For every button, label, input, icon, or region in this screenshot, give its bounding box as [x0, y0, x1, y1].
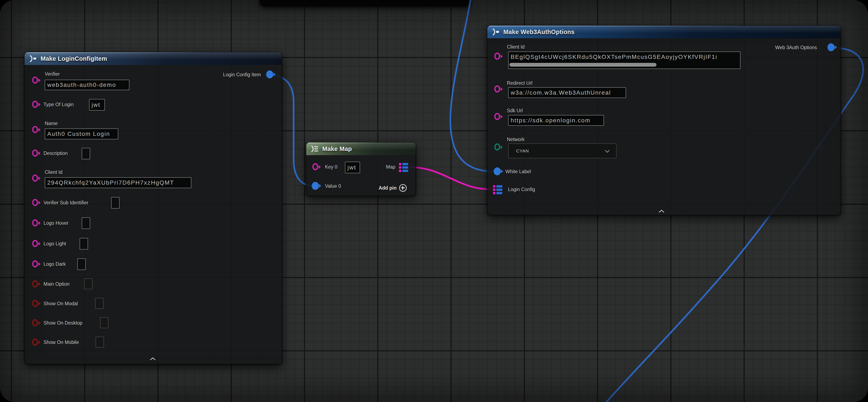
make-struct-icon [29, 55, 37, 62]
type-of-login-input[interactable]: jwt [89, 99, 105, 111]
sdk-url-input[interactable]: https://sdk.openlogin.com [508, 115, 604, 126]
node-make-web3authoptions[interactable]: Make Web3AuthOptions Web 3Auth Options C… [487, 25, 841, 215]
show-on-mobile-checkbox[interactable] [96, 337, 104, 348]
verifier-sub-identifier-input[interactable] [111, 197, 120, 208]
input-pin-main-option[interactable] [31, 280, 41, 288]
input-pin-client-id[interactable] [493, 52, 504, 61]
pin-label-show-on-mobile: Show On Mobile [43, 340, 79, 345]
main-option-checkbox[interactable] [84, 278, 92, 289]
show-on-desktop-checkbox[interactable] [100, 317, 108, 328]
pin-label-logo-light: Logo Light [43, 241, 66, 247]
node-header-make-map[interactable]: Make Map [306, 143, 416, 155]
input-pin-name[interactable] [31, 125, 41, 134]
pin-label-client-id: Client Id [45, 169, 62, 175]
blueprint-canvas[interactable]: Make LoginConfigItem Login Config Item V… [0, 0, 868, 402]
pin-label-redirect-url: Redirect Url [507, 80, 532, 86]
node-header-make-web3authoptions[interactable]: Make Web3AuthOptions [487, 26, 841, 38]
key-0-input[interactable]: jwt [345, 162, 360, 173]
name-input[interactable]: Auth0 Custom Login [45, 128, 118, 139]
output-pin-label: Web 3Auth Options [775, 45, 817, 51]
input-pin-logo-hover[interactable] [31, 219, 41, 227]
input-pin-verifier[interactable] [31, 76, 41, 85]
node-title: Make Web3AuthOptions [503, 29, 575, 35]
logo-light-input[interactable] [80, 238, 88, 250]
input-pin-key-0[interactable] [311, 163, 322, 171]
pin-label-type-of-login: Type Of Login [43, 102, 73, 108]
output-pin-web3auth-options[interactable] [827, 43, 838, 52]
pin-label-show-on-desktop: Show On Desktop [43, 320, 82, 326]
show-on-modal-checkbox[interactable] [95, 298, 103, 309]
make-map-icon [310, 145, 319, 153]
client-id-input[interactable]: 294QRkchfq2YaXUbPri7D6PH7xzHgQMT [45, 177, 191, 188]
pin-label-login-config: Login Config [508, 187, 535, 192]
node-make-loginconfigitem[interactable]: Make LoginConfigItem Login Config Item V… [24, 52, 282, 364]
verifier-input[interactable]: web3auth-auth0-demo [45, 80, 129, 90]
input-pin-verifier-sub-identifier[interactable] [31, 199, 41, 207]
chevron-down-icon [605, 148, 610, 153]
pin-label-verifier-sub-identifier: Verifier Sub Identifier [43, 200, 88, 206]
description-input[interactable] [82, 148, 90, 160]
add-pin-label: Add pin [378, 185, 397, 191]
input-pin-login-config[interactable] [493, 185, 503, 195]
client-id-scrollbar[interactable] [509, 63, 656, 67]
logo-hover-input[interactable] [82, 218, 90, 229]
input-pin-description[interactable] [31, 149, 41, 157]
pin-label-logo-hover: Logo Hover [43, 220, 68, 226]
output-pin-label: Login Config Item [223, 72, 261, 78]
node-make-map[interactable]: Make Map Key 0 jwt Map Value 0 Add pin [306, 142, 416, 196]
collapse-node-button[interactable] [658, 210, 665, 213]
pin-label-main-option: Main Option [43, 281, 69, 287]
node-title: Make LoginConfigItem [40, 55, 107, 62]
collapse-node-button[interactable] [149, 357, 156, 361]
node-header-make-loginconfigitem[interactable]: Make LoginConfigItem [25, 52, 282, 65]
logo-dark-input[interactable] [77, 258, 86, 270]
input-pin-logo-dark[interactable] [31, 260, 41, 268]
pin-label-key-0: Key 0 [325, 164, 337, 170]
pin-label-name: Name [45, 121, 58, 126]
make-struct-icon [492, 28, 500, 36]
network-dropdown[interactable]: CYAN [508, 143, 617, 158]
pin-label-verifier: Verifier [45, 71, 60, 77]
network-dropdown-value: CYAN [508, 148, 529, 153]
pin-label-value-0: Value 0 [325, 183, 341, 189]
input-pin-network[interactable] [493, 143, 504, 151]
input-pin-value-0[interactable] [311, 182, 322, 190]
node-title: Make Map [322, 145, 352, 152]
input-pin-show-on-desktop[interactable] [31, 319, 41, 327]
pin-label-white-label: White Label [505, 169, 531, 174]
input-pin-sdk-url[interactable] [493, 113, 504, 121]
input-pin-show-on-modal[interactable] [31, 299, 41, 308]
pin-label-description: Description [43, 150, 68, 156]
input-pin-white-label[interactable] [493, 167, 504, 176]
input-pin-client-id[interactable] [31, 174, 41, 182]
pin-label-sdk-url: Sdk Url [507, 108, 523, 114]
pin-label-logo-dark: Logo Dark [43, 261, 66, 267]
add-pin-button[interactable]: Add pin [378, 184, 407, 192]
pin-label-network: Network [507, 137, 525, 142]
input-pin-logo-light[interactable] [31, 239, 41, 248]
output-pin-login-config-item[interactable] [266, 70, 276, 79]
redirect-url-input[interactable]: w3a://com.w3a.Web3AuthUnreal [508, 87, 626, 98]
input-pin-redirect-url[interactable] [493, 85, 504, 93]
output-pin-map[interactable] [399, 163, 409, 172]
add-pin-plus-icon [399, 184, 407, 192]
pin-label-client-id: Client Id [507, 44, 525, 50]
pin-label-show-on-modal: Show On Modal [43, 301, 78, 307]
input-pin-show-on-mobile[interactable] [31, 338, 41, 346]
input-pin-type-of-login[interactable] [31, 100, 41, 109]
output-pin-label-map: Map [386, 164, 395, 170]
